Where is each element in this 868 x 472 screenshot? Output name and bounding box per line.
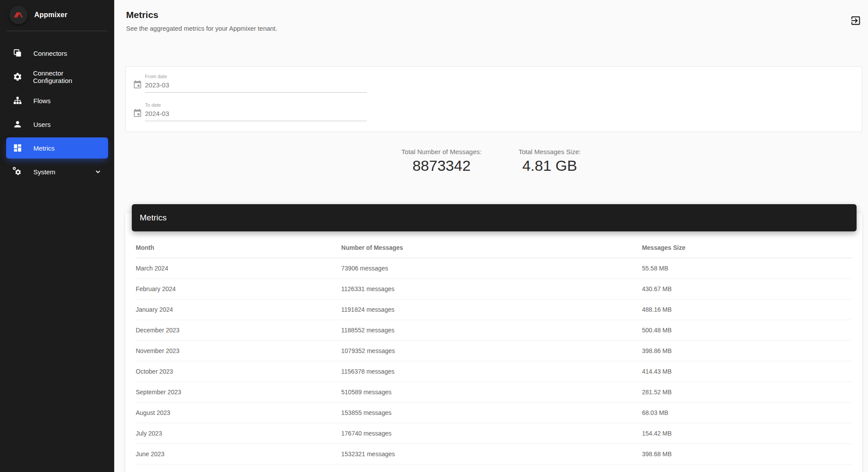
cell-number-of-messages: 153855 messages bbox=[341, 402, 642, 423]
calendar-icon[interactable] bbox=[133, 80, 142, 90]
logout-icon[interactable] bbox=[850, 14, 862, 27]
total-size-value: 4.81 GB bbox=[518, 157, 581, 174]
table-row: February 20241126331 messages430.67 MB bbox=[136, 278, 852, 299]
appmixer-logo-icon bbox=[9, 6, 28, 24]
sidebar-item-metrics[interactable]: Metrics bbox=[6, 137, 108, 159]
services-icon bbox=[12, 166, 23, 177]
metrics-table: Month Number of Messages Messages Size M… bbox=[136, 238, 852, 465]
cell-number-of-messages: 73906 messages bbox=[341, 258, 642, 278]
cell-messages-size: 398.68 MB bbox=[642, 443, 852, 464]
cell-messages-size: 398.86 MB bbox=[642, 340, 852, 361]
from-date-input[interactable] bbox=[145, 81, 367, 93]
table-row: March 202473906 messages55.58 MB bbox=[136, 258, 852, 278]
sidebar-nav: Connectors Connector Configuration F bbox=[0, 31, 114, 185]
column-header-number-of-messages: Number of Messages bbox=[341, 238, 642, 258]
user-icon bbox=[12, 119, 23, 130]
cell-messages-size: 430.67 MB bbox=[642, 278, 852, 299]
table-row: July 2023176740 messages154.42 MB bbox=[136, 423, 852, 443]
cell-month: June 2023 bbox=[136, 443, 341, 464]
sidebar-item-label: System bbox=[33, 168, 55, 176]
column-header-month: Month bbox=[136, 238, 341, 258]
cell-number-of-messages: 510589 messages bbox=[341, 382, 642, 402]
sidebar-item-label: Connectors bbox=[33, 50, 67, 57]
from-date-label: From date bbox=[145, 74, 367, 79]
table-row: June 20231532321 messages398.68 MB bbox=[136, 443, 852, 464]
cell-number-of-messages: 1079352 messages bbox=[341, 340, 642, 361]
cell-month: January 2024 bbox=[136, 299, 341, 320]
total-messages-block: Total Number of Messages: 8873342 bbox=[401, 148, 482, 174]
page-header: Metrics See the aggregated metrics for y… bbox=[114, 0, 868, 32]
from-date-row: From date bbox=[133, 74, 862, 93]
table-header-row: Month Number of Messages Messages Size bbox=[136, 238, 852, 258]
table-body: March 202473906 messages55.58 MBFebruary… bbox=[136, 258, 852, 464]
to-date-input[interactable] bbox=[145, 110, 367, 121]
flows-icon bbox=[12, 95, 23, 106]
cell-messages-size: 55.58 MB bbox=[642, 258, 852, 278]
sidebar: Appmixer Connectors Connector Configurat… bbox=[0, 0, 114, 472]
to-date-field: To date bbox=[145, 102, 367, 121]
cell-number-of-messages: 1188552 messages bbox=[341, 320, 642, 340]
sidebar-item-flows[interactable]: Flows bbox=[6, 90, 108, 111]
cell-month: September 2023 bbox=[136, 382, 341, 402]
app-logo-row: Appmixer bbox=[0, 0, 114, 30]
sidebar-item-users[interactable]: Users bbox=[6, 114, 108, 135]
table-row: January 20241191824 messages488.16 MB bbox=[136, 299, 852, 320]
connectors-icon bbox=[12, 48, 23, 58]
table-row: November 20231079352 messages398.86 MB bbox=[136, 340, 852, 361]
sidebar-item-label: Connector Configuration bbox=[33, 69, 102, 84]
cell-messages-size: 68.03 MB bbox=[642, 402, 852, 423]
cell-month: July 2023 bbox=[136, 423, 341, 443]
table-toolbar-title: Metrics bbox=[140, 213, 166, 223]
page-subtitle: See the aggregated metrics for your Appm… bbox=[126, 25, 868, 32]
main-content: Metrics See the aggregated metrics for y… bbox=[114, 0, 868, 472]
table-row: August 2023153855 messages68.03 MB bbox=[136, 402, 852, 423]
cell-messages-size: 281.52 MB bbox=[642, 382, 852, 402]
cell-month: November 2023 bbox=[136, 340, 341, 361]
cell-month: March 2024 bbox=[136, 258, 341, 278]
chevron-down-icon[interactable] bbox=[94, 168, 102, 176]
from-date-field: From date bbox=[145, 74, 367, 93]
sidebar-item-label: Flows bbox=[33, 97, 51, 104]
cell-messages-size: 154.42 MB bbox=[642, 423, 852, 443]
total-size-label: Total Messages Size: bbox=[518, 148, 581, 155]
table-row: October 20231156378 messages414.43 MB bbox=[136, 361, 852, 382]
app-name: Appmixer bbox=[34, 11, 67, 19]
cell-month: October 2023 bbox=[136, 361, 341, 382]
cell-number-of-messages: 1532321 messages bbox=[341, 443, 642, 464]
sidebar-item-connectors[interactable]: Connectors bbox=[6, 43, 108, 64]
cell-month: February 2024 bbox=[136, 278, 341, 299]
dashboard-icon bbox=[12, 143, 23, 153]
page-title: Metrics bbox=[126, 10, 868, 20]
cell-number-of-messages: 1191824 messages bbox=[341, 299, 642, 320]
cell-number-of-messages: 1126331 messages bbox=[341, 278, 642, 299]
table-row: September 2023510589 messages281.52 MB bbox=[136, 382, 852, 402]
sidebar-item-system[interactable]: System bbox=[6, 161, 108, 182]
total-messages-label: Total Number of Messages: bbox=[401, 148, 482, 155]
cell-messages-size: 500.48 MB bbox=[642, 320, 852, 340]
date-filter-card: From date To date bbox=[125, 66, 862, 132]
sidebar-item-label: Users bbox=[33, 121, 51, 128]
gear-icon bbox=[12, 72, 22, 82]
sidebar-item-label: Metrics bbox=[33, 144, 54, 152]
to-date-label: To date bbox=[145, 102, 367, 108]
calendar-icon[interactable] bbox=[133, 108, 142, 118]
table-row: December 20231188552 messages500.48 MB bbox=[136, 320, 852, 340]
total-size-block: Total Messages Size: 4.81 GB bbox=[518, 148, 581, 174]
cell-number-of-messages: 176740 messages bbox=[341, 423, 642, 443]
metrics-table-card: Metrics Month Number of Messages Message… bbox=[125, 213, 862, 472]
cell-month: December 2023 bbox=[136, 320, 341, 340]
cell-messages-size: 488.16 MB bbox=[642, 299, 852, 320]
column-header-messages-size: Messages Size bbox=[642, 238, 852, 258]
totals-row: Total Number of Messages: 8873342 Total … bbox=[114, 148, 868, 174]
cell-number-of-messages: 1156378 messages bbox=[341, 361, 642, 382]
table-toolbar: Metrics bbox=[132, 204, 857, 231]
cell-month: August 2023 bbox=[136, 402, 341, 423]
total-messages-value: 8873342 bbox=[401, 157, 482, 174]
to-date-row: To date bbox=[133, 102, 862, 121]
cell-messages-size: 414.43 MB bbox=[642, 361, 852, 382]
sidebar-item-connector-configuration[interactable]: Connector Configuration bbox=[6, 66, 108, 87]
